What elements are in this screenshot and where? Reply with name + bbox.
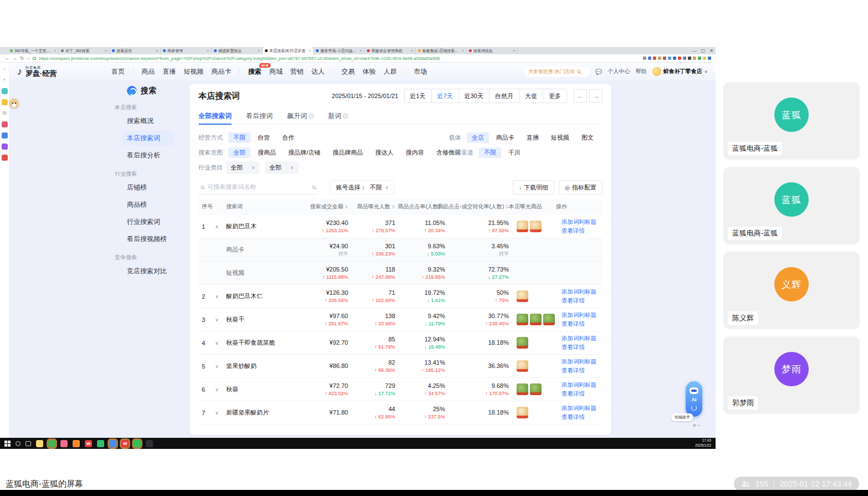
- url-text[interactable]: https://compass.jinritemai.com/shop/sear…: [39, 56, 640, 61]
- nav-item[interactable]: 体验: [362, 67, 376, 76]
- download-detail-button[interactable]: ↓ 下载明细: [513, 180, 554, 195]
- tab-close-icon[interactable]: ×: [513, 49, 515, 53]
- product-thumbnail[interactable]: [517, 221, 528, 232]
- action-link[interactable]: 查看详情: [561, 227, 603, 236]
- taskbar-app-icon[interactable]: [109, 440, 116, 447]
- range-button[interactable]: 大促: [519, 89, 543, 103]
- browser-tab[interactable]: 本店搜索词-抖店罗盘×: [263, 47, 314, 54]
- filter-chip[interactable]: 搜品牌商品: [328, 147, 368, 158]
- sidebar-app-icon[interactable]: [2, 121, 8, 127]
- browser-tab[interactable]: 搜索运营×: [110, 47, 161, 54]
- filter-chip[interactable]: 搜品牌/店铺: [283, 147, 325, 158]
- taskbar-search-icon[interactable]: [16, 441, 21, 446]
- nav-item[interactable]: 人群: [384, 67, 397, 76]
- extension-icon[interactable]: [688, 57, 691, 60]
- nav-item[interactable]: 商品卡: [211, 67, 231, 76]
- sidebar-item[interactable]: 本店搜索词: [122, 131, 173, 146]
- taskbar-app-icon[interactable]: [134, 440, 141, 447]
- browser-tab[interactable]: 精选联盟后台×: [212, 47, 263, 54]
- nav-item[interactable]: 首页: [111, 67, 125, 76]
- start-button[interactable]: [4, 441, 11, 447]
- participant-card[interactable]: 义辉陈义辉: [723, 252, 860, 329]
- expand-icon[interactable]: ∨: [215, 410, 226, 416]
- nav-item[interactable]: 直播: [162, 67, 176, 76]
- tab-close-icon[interactable]: ×: [105, 49, 107, 53]
- range-button[interactable]: 近1天: [405, 89, 431, 103]
- category-select[interactable]: 全部∨: [265, 161, 298, 174]
- sidebar-app-icon[interactable]: [2, 99, 8, 105]
- extension-icon[interactable]: [643, 57, 646, 60]
- sort-icon[interactable]: ⇅: [344, 204, 348, 209]
- ai-assistant-widget[interactable]: AI: [686, 381, 702, 417]
- global-search-input[interactable]: 大家都在搜:热门活动: [524, 67, 590, 77]
- keyword-tab[interactable]: 看后搜词: [246, 108, 273, 124]
- product-thumbnail[interactable]: [530, 221, 542, 232]
- extension-icon[interactable]: [678, 57, 681, 60]
- range-button[interactable]: 自然月: [489, 89, 519, 103]
- sidebar-item[interactable]: 搜索概况: [122, 114, 173, 129]
- filter-chip[interactable]: 全店: [467, 132, 489, 143]
- shiba-float-icon[interactable]: [9, 99, 19, 108]
- taskbar-app-icon[interactable]: [48, 440, 55, 447]
- action-link[interactable]: 查看详情: [561, 366, 603, 375]
- nav-item[interactable]: 市场: [413, 67, 427, 76]
- filter-chip[interactable]: 搜达人: [370, 147, 399, 158]
- category-select[interactable]: 全部∨: [226, 161, 259, 174]
- product-thumbnail[interactable]: [530, 314, 542, 325]
- taskbar-app-icon[interactable]: [97, 440, 104, 447]
- window-control-icon[interactable]: ✕: [709, 48, 713, 53]
- filter-chip[interactable]: 合作: [277, 132, 299, 143]
- taskbar-app-icon[interactable]: [146, 440, 153, 447]
- nav-item[interactable]: 达人: [312, 67, 325, 76]
- nav-item[interactable]: 商城: [269, 67, 283, 76]
- product-thumbnail[interactable]: [517, 360, 528, 372]
- help-link[interactable]: 帮助: [636, 68, 647, 75]
- action-link[interactable]: 添加词到标题: [561, 311, 603, 320]
- metric-config-button[interactable]: ◎ 指标配置: [559, 180, 603, 195]
- tab-close-icon[interactable]: ×: [156, 49, 158, 53]
- sidebar-app-icon[interactable]: [2, 132, 8, 139]
- browser-tab[interactable]: 橱窗数据-店铺搜索分析×: [416, 47, 467, 54]
- browser-tab[interactable]: 商家管理×: [161, 47, 212, 54]
- window-control-icon[interactable]: ▢: [701, 48, 706, 53]
- browser-tab[interactable]: 青藤后台管理系统×: [365, 47, 416, 54]
- extension-icon[interactable]: [658, 57, 661, 60]
- forward-icon[interactable]: →: [12, 55, 17, 61]
- task-view-icon[interactable]: [25, 441, 31, 446]
- keyword-search-input[interactable]: 可搜索搜索词名称: [198, 180, 318, 195]
- product-thumbnail[interactable]: [530, 383, 542, 395]
- product-thumbnail[interactable]: [517, 383, 528, 395]
- keyword-tab[interactable]: 新词?: [328, 108, 348, 124]
- browser-tab[interactable]: 补丁_360搜索×: [59, 47, 110, 54]
- keyword-tab[interactable]: 飙升词?: [287, 108, 314, 124]
- personal-center-link[interactable]: 个人中心: [608, 68, 630, 75]
- expand-icon[interactable]: ∨: [215, 387, 226, 392]
- tab-close-icon[interactable]: ×: [360, 49, 362, 53]
- filter-chip[interactable]: 搜商品: [253, 147, 281, 158]
- tab-close-icon[interactable]: ×: [462, 49, 464, 53]
- extension-icon[interactable]: [648, 57, 651, 60]
- sort-icon[interactable]: ⇅: [391, 204, 395, 209]
- extension-icon[interactable]: [663, 57, 666, 60]
- action-link[interactable]: 添加词到标题: [561, 357, 603, 366]
- nav-item[interactable]: 营销: [290, 67, 304, 76]
- action-link[interactable]: 查看详情: [561, 320, 603, 329]
- taskbar-app-icon[interactable]: W: [85, 440, 92, 447]
- filter-chip[interactable]: 自营: [253, 132, 275, 143]
- filter-chip[interactable]: 千川: [503, 147, 525, 158]
- action-link[interactable]: 查看详情: [561, 343, 603, 352]
- expand-icon[interactable]: ∨: [215, 294, 226, 299]
- filter-chip[interactable]: 图文: [576, 132, 599, 143]
- tab-close-icon[interactable]: ×: [309, 49, 311, 53]
- message-icon[interactable]: 💬: [595, 69, 602, 75]
- store-switcher[interactable]: 鲜食补丁零食店 ∨: [652, 67, 708, 76]
- product-thumbnail[interactable]: [517, 337, 528, 349]
- refresh-icon[interactable]: [691, 405, 697, 411]
- back-icon[interactable]: ←: [4, 55, 9, 61]
- sidebar-app-icon[interactable]: +: [2, 77, 8, 83]
- sidebar-item[interactable]: 商品榜: [122, 197, 173, 212]
- taskbar-app-icon[interactable]: W: [121, 440, 129, 447]
- keyword-tab[interactable]: 全部搜索词: [198, 108, 232, 124]
- participant-card[interactable]: 梦雨郭梦雨: [723, 336, 860, 414]
- action-link[interactable]: 添加词到标题: [561, 288, 603, 296]
